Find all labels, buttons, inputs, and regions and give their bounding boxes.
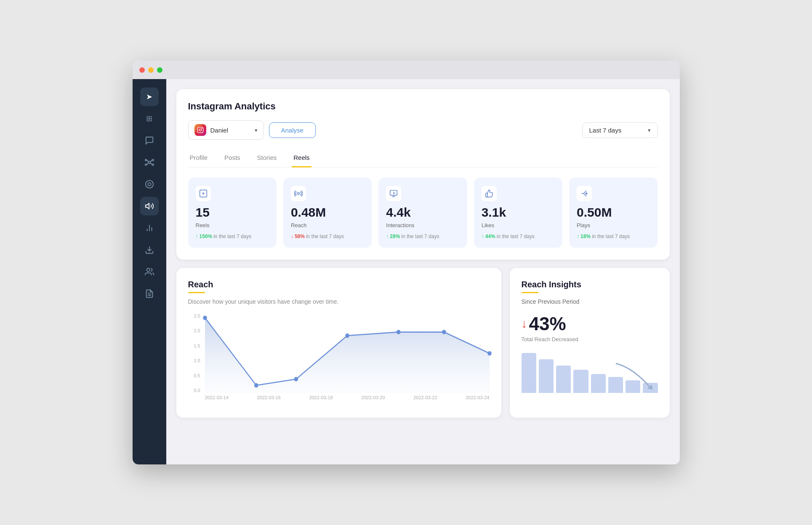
likes-icon	[482, 186, 497, 201]
x-label-3: 2022-03-20	[361, 395, 385, 406]
likes-trend: 44% in the last 7 days	[482, 233, 555, 239]
sidebar-item-users[interactable]	[140, 262, 159, 281]
metric-card-reels: 15 Reels 150% in the last 7 days	[188, 178, 277, 248]
chart-y-labels: 2.5 2.0 1.5 1.0 0.5 0.0	[188, 313, 203, 393]
interactions-value: 4.4k	[386, 206, 459, 219]
y-label-3: 1.0	[194, 358, 200, 363]
reels-icon	[196, 186, 211, 201]
svg-point-31	[586, 193, 587, 194]
x-label-0: 2022-03-14	[205, 395, 229, 406]
bottom-section: Reach Discover how your unique visitors …	[176, 268, 670, 418]
svg-point-36	[396, 330, 400, 334]
account-name: Daniel	[210, 127, 250, 134]
svg-line-6	[150, 160, 152, 162]
bar-3	[556, 366, 571, 393]
tab-bar: Profile Posts Stories Reels	[188, 150, 658, 167]
app-window: ➤ ⊞	[133, 61, 680, 464]
main-content: Instagram Analytics Daniel ▾	[166, 79, 680, 464]
insights-label: Total Reach Decreased	[522, 336, 658, 342]
sidebar-item-send[interactable]: ➤	[140, 88, 159, 106]
svg-point-10	[148, 183, 151, 186]
trend-arrow-svg	[607, 359, 658, 393]
sidebar-item-analytics[interactable]	[140, 219, 159, 237]
sidebar-item-notes[interactable]	[140, 284, 159, 303]
tab-reels[interactable]: Reels	[292, 150, 311, 167]
instagram-icon	[194, 124, 206, 136]
analyse-button[interactable]: Analyse	[269, 122, 316, 138]
minimize-button[interactable]	[148, 67, 154, 73]
reach-card: Reach Discover how your unique visitors …	[176, 268, 501, 418]
analytics-card: Instagram Analytics Daniel ▾	[176, 89, 670, 260]
svg-point-9	[145, 180, 153, 188]
plays-label: Plays	[577, 222, 650, 228]
chart-inner	[205, 313, 490, 393]
app-body: ➤ ⊞	[133, 79, 680, 464]
sidebar-item-network[interactable]	[140, 153, 159, 172]
interactions-trend: 28% in the last 7 days	[386, 233, 459, 239]
reach-title: Reach	[188, 280, 490, 289]
metric-card-likes: 3.1k Likes 44% in the last 7 days	[474, 178, 562, 248]
reach-label: Reach	[291, 222, 364, 228]
insights-title: Reach Insights	[522, 280, 658, 289]
plays-value: 0.50M	[577, 206, 650, 219]
sidebar-item-help[interactable]	[140, 175, 159, 194]
reach-value: 0.48M	[291, 206, 364, 219]
sidebar-item-dashboard[interactable]: ⊞	[140, 109, 159, 128]
tab-profile[interactable]: Profile	[188, 150, 210, 167]
svg-point-21	[201, 128, 202, 129]
svg-point-0	[148, 161, 151, 164]
bar-2	[539, 359, 554, 393]
svg-point-38	[487, 351, 492, 355]
insights-card: Reach Insights Since Previous Period ↓ 4…	[510, 268, 670, 418]
reels-label: Reels	[196, 222, 269, 228]
trend-up-icon	[196, 233, 198, 239]
bar-chart	[522, 351, 658, 393]
line-chart-svg	[205, 313, 490, 393]
date-range-selector[interactable]: Last 7 days ▾	[582, 122, 658, 138]
x-label-1: 2022-03-16	[257, 395, 280, 406]
trend-up-icon-3	[482, 233, 484, 239]
svg-point-4	[152, 164, 154, 166]
account-selector[interactable]: Daniel ▾	[188, 120, 264, 140]
interactions-icon	[386, 186, 401, 201]
likes-value: 3.1k	[482, 206, 555, 219]
svg-point-37	[442, 330, 446, 334]
bar-5	[591, 374, 606, 393]
tab-stories[interactable]: Stories	[256, 150, 279, 167]
metric-card-plays: 0.50M Plays 18% in the last 7 days	[569, 178, 658, 248]
sidebar-item-megaphone[interactable]	[140, 197, 159, 215]
y-label-5: 0.0	[194, 388, 200, 393]
sidebar-item-download[interactable]	[140, 241, 159, 259]
date-range-text: Last 7 days	[589, 127, 644, 134]
x-label-4: 2022-03-22	[413, 395, 437, 406]
bar-1	[522, 353, 536, 393]
top-controls: Daniel ▾ Analyse Last 7 days ▾	[188, 120, 658, 140]
sidebar-item-chat[interactable]	[140, 131, 159, 150]
chevron-down-icon: ▾	[255, 127, 258, 133]
insights-since: Since Previous Period	[522, 298, 658, 305]
y-label-1: 2.0	[194, 328, 200, 333]
close-button[interactable]	[139, 67, 145, 73]
reach-icon	[291, 186, 306, 201]
x-label-2: 2022-03-18	[309, 395, 333, 406]
svg-point-24	[297, 192, 299, 194]
percent-value: 43%	[529, 313, 566, 334]
trend-down-icon	[291, 233, 293, 239]
y-label-0: 2.5	[194, 313, 200, 318]
interactions-label: Interactions	[386, 222, 459, 228]
svg-point-32	[203, 316, 207, 320]
svg-marker-23	[202, 192, 205, 195]
maximize-button[interactable]	[157, 67, 162, 73]
insights-title-underline	[522, 292, 538, 293]
svg-line-7	[146, 163, 148, 165]
y-label-4: 0.5	[194, 373, 200, 378]
trend-up-icon-2	[386, 233, 389, 239]
bar-4	[573, 370, 588, 393]
x-label-5: 2022-03-24	[466, 395, 489, 406]
svg-rect-19	[197, 127, 203, 133]
svg-point-1	[145, 159, 146, 161]
tab-posts[interactable]: Posts	[223, 150, 242, 167]
percent-arrow-down-icon: ↓	[522, 317, 527, 331]
svg-point-16	[146, 268, 149, 271]
svg-point-3	[145, 164, 146, 166]
